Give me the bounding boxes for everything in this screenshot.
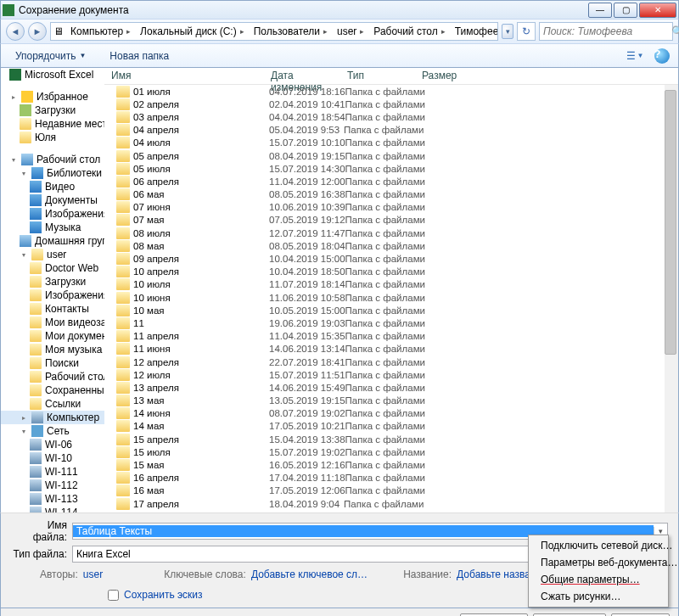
- tree-item[interactable]: Мои документы: [1, 329, 104, 343]
- cell-date: 15.04.2019 13:38: [269, 434, 345, 445]
- table-row[interactable]: 14 июня08.07.2019 19:02Папка с файлами: [104, 407, 678, 420]
- tree-item[interactable]: Ссылки: [1, 397, 104, 411]
- table-row[interactable]: 16 апреля17.04.2019 11:18Папка с файлами: [104, 472, 678, 484]
- menu-map-drive[interactable]: Подключить сетевой диск…: [530, 537, 666, 554]
- back-button[interactable]: ◄: [6, 22, 25, 41]
- keywords-value[interactable]: Добавьте ключевое сл…: [251, 568, 368, 580]
- menu-compress[interactable]: Сжать рисунки…: [530, 588, 666, 605]
- table-row[interactable]: 13 апреля14.06.2019 15:49Папка с файлами: [104, 381, 678, 394]
- cell-type: Папка с файлами: [345, 305, 447, 316]
- table-row[interactable]: 15 апреля15.04.2019 13:38Папка с файлами: [104, 433, 678, 445]
- table-row[interactable]: 17 апреля18.04.2019 9:04Папка с файлами: [104, 497, 678, 510]
- table-row[interactable]: 06 мая08.05.2019 16:38Папка с файлами: [104, 188, 678, 201]
- tree-item[interactable]: Рабочий стол: [1, 370, 104, 384]
- col-date[interactable]: Дата изменения: [264, 68, 340, 84]
- table-row[interactable]: 08 июля12.07.2019 11:47Папка с файлами: [104, 227, 678, 239]
- table-row[interactable]: 08 мая08.05.2019 18:04Папка с файлами: [104, 239, 678, 252]
- tree-recent[interactable]: Недавние места: [1, 117, 104, 131]
- tree-yulia[interactable]: Юля: [1, 131, 104, 144]
- table-row[interactable]: 15 мая16.05.2019 12:16Папка с файлами: [104, 458, 678, 471]
- minimize-button[interactable]: —: [588, 3, 612, 18]
- thumb-checkbox[interactable]: [108, 590, 119, 601]
- table-row[interactable]: 12 июля15.07.2019 11:51Папка с файлами: [104, 368, 678, 381]
- tree-item[interactable]: WI-113: [1, 492, 104, 506]
- close-button[interactable]: ✕: [639, 3, 676, 18]
- table-row[interactable]: 11 июня14.06.2019 13:14Папка с файлами: [104, 343, 678, 356]
- table-row[interactable]: 11 апреля11.04.2019 15:35Папка с файлами: [104, 330, 678, 343]
- history-dropdown[interactable]: ▾: [502, 24, 513, 39]
- table-row[interactable]: 09 апреля10.04.2019 15:00Папка с файлами: [104, 252, 678, 265]
- table-row[interactable]: 12 апреля22.07.2019 18:41Папка с файлами: [104, 356, 678, 368]
- tree-homegroup[interactable]: Домашняя групп: [1, 234, 104, 248]
- table-row[interactable]: 16 мая17.05.2019 12:06Папка с файлами: [104, 484, 678, 497]
- menu-general-options[interactable]: Общие параметры…: [530, 571, 666, 588]
- help-button[interactable]: ?: [653, 47, 671, 65]
- tree-documents[interactable]: Документы: [1, 193, 104, 207]
- tree-item[interactable]: WI-10: [1, 451, 104, 465]
- refresh-button[interactable]: ↻: [517, 22, 536, 41]
- tree-item[interactable]: Моя музыка: [1, 343, 104, 356]
- tree-downloads[interactable]: Загрузки: [1, 104, 104, 117]
- tree-user[interactable]: ▾user: [1, 248, 104, 261]
- table-row[interactable]: 07 июня10.06.2019 10:39Папка с файлами: [104, 201, 678, 214]
- forward-button[interactable]: ►: [28, 22, 47, 41]
- table-row[interactable]: 10 июня11.06.2019 10:58Папка с файлами: [104, 291, 678, 304]
- tree-item[interactable]: WI-111: [1, 465, 104, 479]
- search-box[interactable]: 🔍: [539, 22, 673, 41]
- tree-item[interactable]: Поиски: [1, 356, 104, 370]
- table-row[interactable]: 14 мая17.05.2019 10:21Папка с файлами: [104, 420, 678, 433]
- tree-computer[interactable]: ▸Компьютер: [1, 411, 104, 424]
- tree-item[interactable]: Изображения: [1, 288, 104, 302]
- tree-favorites[interactable]: ▸Избранное: [1, 90, 104, 104]
- tree-item[interactable]: Сохраненные и: [1, 384, 104, 397]
- view-button[interactable]: ☰▼: [626, 47, 644, 65]
- menu-web-options[interactable]: Параметры веб-документа…: [530, 554, 666, 571]
- scroll-thumb[interactable]: [665, 90, 676, 355]
- tree-music[interactable]: Музыка: [1, 221, 104, 234]
- table-row[interactable]: 1119.06.2019 19:03Папка с файлами: [104, 316, 678, 329]
- tree-item[interactable]: Doctor Web: [1, 261, 104, 275]
- cell-date: 04.07.2019 18:16: [269, 87, 345, 97]
- tree-item[interactable]: Контакты: [1, 302, 104, 316]
- col-size[interactable]: Размер: [415, 68, 678, 84]
- cell-date: 15.07.2019 19:02: [269, 447, 345, 457]
- table-row[interactable]: 15 июля15.07.2019 19:02Папка с файлами: [104, 445, 678, 458]
- table-row[interactable]: 04 апреля05.04.2019 9:53Папка с файлами: [104, 124, 678, 137]
- list-scrollbar[interactable]: [665, 85, 678, 512]
- table-row[interactable]: 07 мая07.05.2019 19:12Папка с файлами: [104, 214, 678, 227]
- desktop-icon: [21, 154, 33, 165]
- table-row[interactable]: 05 июля15.07.2019 14:30Папка с файлами: [104, 162, 678, 175]
- authors-value[interactable]: user: [83, 568, 103, 580]
- col-type[interactable]: Тип: [340, 68, 415, 84]
- table-row[interactable]: 10 июля11.07.2019 18:14Папка с файлами: [104, 278, 678, 291]
- tree-item[interactable]: Загрузки: [1, 275, 104, 288]
- col-name[interactable]: Имя: [104, 68, 264, 84]
- new-folder-button[interactable]: Новая папка: [102, 48, 177, 64]
- tree-desktop[interactable]: ▾Рабочий стол: [1, 153, 104, 166]
- search-input[interactable]: [543, 25, 671, 37]
- organize-button[interactable]: Упорядочить▼: [8, 48, 93, 64]
- tree-videos[interactable]: Видео: [1, 180, 104, 193]
- breadcrumb[interactable]: 🖥 Компьютер▸ Локальный диск (C:)▸ Пользо…: [50, 22, 498, 41]
- table-row[interactable]: 02 апреля02.04.2019 10:41Папка с файлами: [104, 98, 678, 110]
- tree-item[interactable]: WI-06: [1, 438, 104, 451]
- table-row[interactable]: 10 апреля10.04.2019 18:50Папка с файлами: [104, 266, 678, 278]
- tree-pictures[interactable]: Изображения: [1, 207, 104, 221]
- tree-item[interactable]: WI-112: [1, 479, 104, 492]
- table-row[interactable]: 05 апреля08.04.2019 19:15Папка с файлами: [104, 149, 678, 162]
- maximize-button[interactable]: ▢: [614, 3, 637, 18]
- cell-date: 08.07.2019 19:02: [269, 408, 345, 418]
- table-row[interactable]: 03 апреля04.04.2019 18:54Папка с файлами: [104, 110, 678, 123]
- tree-libraries[interactable]: ▾Библиотеки: [1, 166, 104, 180]
- thumb-label[interactable]: Сохранить эскиз: [124, 589, 203, 601]
- table-row[interactable]: 04 июля15.07.2019 10:10Папка с файлами: [104, 137, 678, 149]
- table-row[interactable]: 01 июля04.07.2019 18:16Папка с файлами: [104, 85, 678, 98]
- tree-item[interactable]: WI-114: [1, 506, 104, 512]
- table-row[interactable]: 06 апреля11.04.2019 12:00Папка с файлами: [104, 175, 678, 188]
- tree-excel[interactable]: Microsoft Excel: [1, 68, 104, 81]
- folder-icon: [116, 420, 130, 432]
- tree-item[interactable]: Мои видеозапи: [1, 316, 104, 329]
- table-row[interactable]: 13 мая13.05.2019 19:15Папка с файлами: [104, 395, 678, 407]
- table-row[interactable]: 10 мая10.05.2019 15:00Папка с файлами: [104, 304, 678, 316]
- tree-network[interactable]: ▾Сеть: [1, 424, 104, 438]
